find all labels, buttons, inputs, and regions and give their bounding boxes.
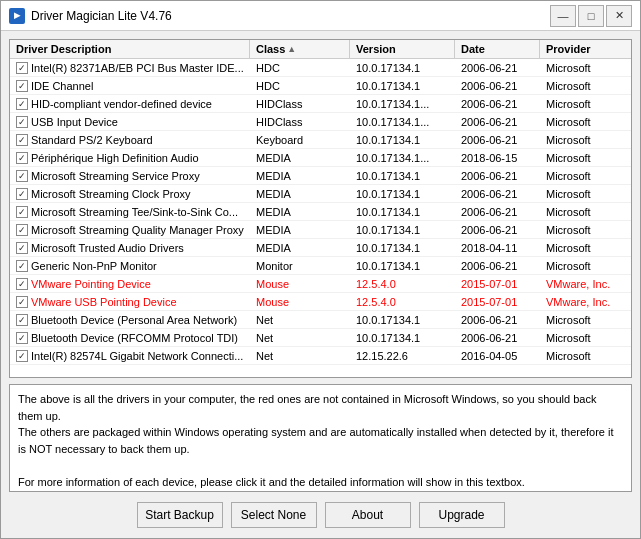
cell-date: 2006-06-21 <box>455 133 540 147</box>
cell-desc: ✓ Microsoft Streaming Service Proxy <box>10 169 250 183</box>
cell-class: MEDIA <box>250 205 350 219</box>
cell-desc: ✓ Bluetooth Device (RFCOMM Protocol TDI) <box>10 331 250 345</box>
cell-version: 10.0.17134.1 <box>350 79 455 93</box>
close-button[interactable]: ✕ <box>606 5 632 27</box>
table-row[interactable]: ✓ USB Input Device HIDClass 10.0.17134.1… <box>10 113 631 131</box>
cell-date: 2006-06-21 <box>455 79 540 93</box>
cell-date: 2015-07-01 <box>455 277 540 291</box>
cell-provider: Microsoft <box>540 313 631 327</box>
info-line2: The others are packaged within Windows o… <box>18 426 614 455</box>
table-row[interactable]: ✓ HID-compliant vendor-defined device HI… <box>10 95 631 113</box>
table-row[interactable]: ✓ Intel(R) 82371AB/EB PCI Bus Master IDE… <box>10 59 631 77</box>
cell-date: 2016-04-05 <box>455 349 540 363</box>
cell-version: 10.0.17134.1 <box>350 313 455 327</box>
cell-date: 2006-06-21 <box>455 115 540 129</box>
cell-provider: Microsoft <box>540 241 631 255</box>
select-none-button[interactable]: Select None <box>231 502 317 528</box>
cell-date: 2006-06-21 <box>455 223 540 237</box>
row-checkbox[interactable]: ✓ <box>16 98 28 110</box>
row-checkbox[interactable]: ✓ <box>16 170 28 182</box>
app-icon: ▶ <box>9 8 25 24</box>
table-row[interactable]: ✓ Microsoft Streaming Tee/Sink-to-Sink C… <box>10 203 631 221</box>
cell-desc: ✓ Generic Non-PnP Monitor <box>10 259 250 273</box>
window-title: Driver Magician Lite V4.76 <box>31 9 550 23</box>
row-checkbox[interactable]: ✓ <box>16 116 28 128</box>
info-line1: The above is all the drivers in your com… <box>18 393 596 422</box>
table-row[interactable]: ✓ Intel(R) 82574L Gigabit Network Connec… <box>10 347 631 365</box>
start-backup-button[interactable]: Start Backup <box>137 502 223 528</box>
driver-table-container: Driver Description Class ▲ Version Date … <box>9 39 632 378</box>
cell-class: MEDIA <box>250 187 350 201</box>
row-checkbox[interactable]: ✓ <box>16 278 28 290</box>
cell-desc: ✓ VMware Pointing Device <box>10 277 250 291</box>
cell-date: 2006-06-21 <box>455 169 540 183</box>
table-row[interactable]: ✓ IDE Channel HDC 10.0.17134.1 2006-06-2… <box>10 77 631 95</box>
button-row: Start Backup Select None About Upgrade <box>9 498 632 530</box>
table-header: Driver Description Class ▲ Version Date … <box>10 40 631 59</box>
table-row[interactable]: ✓ Microsoft Streaming Service Proxy MEDI… <box>10 167 631 185</box>
cell-date: 2006-06-21 <box>455 61 540 75</box>
cell-version: 10.0.17134.1... <box>350 97 455 111</box>
maximize-button[interactable]: □ <box>578 5 604 27</box>
col-header-version[interactable]: Version <box>350 40 455 58</box>
table-row[interactable]: ✓ VMware USB Pointing Device Mouse 12.5.… <box>10 293 631 311</box>
row-checkbox[interactable]: ✓ <box>16 350 28 362</box>
cell-desc: ✓ IDE Channel <box>10 79 250 93</box>
cell-provider: Microsoft <box>540 61 631 75</box>
cell-class: Net <box>250 349 350 363</box>
row-checkbox[interactable]: ✓ <box>16 80 28 92</box>
row-checkbox[interactable]: ✓ <box>16 332 28 344</box>
col-header-class[interactable]: Class ▲ <box>250 40 350 58</box>
cell-class: MEDIA <box>250 169 350 183</box>
cell-desc: ✓ Périphérique High Definition Audio <box>10 151 250 165</box>
row-checkbox[interactable]: ✓ <box>16 134 28 146</box>
row-checkbox[interactable]: ✓ <box>16 314 28 326</box>
row-checkbox[interactable]: ✓ <box>16 62 28 74</box>
title-bar: ▶ Driver Magician Lite V4.76 — □ ✕ <box>1 1 640 31</box>
about-button[interactable]: About <box>325 502 411 528</box>
row-checkbox[interactable]: ✓ <box>16 188 28 200</box>
row-checkbox[interactable]: ✓ <box>16 260 28 272</box>
cell-class: MEDIA <box>250 241 350 255</box>
cell-version: 10.0.17134.1 <box>350 259 455 273</box>
row-checkbox[interactable]: ✓ <box>16 206 28 218</box>
cell-date: 2006-06-21 <box>455 313 540 327</box>
cell-date: 2006-06-21 <box>455 187 540 201</box>
table-row[interactable]: ✓ Microsoft Streaming Quality Manager Pr… <box>10 221 631 239</box>
cell-date: 2006-06-21 <box>455 205 540 219</box>
cell-provider: Microsoft <box>540 187 631 201</box>
cell-class: HIDClass <box>250 115 350 129</box>
col-header-desc[interactable]: Driver Description <box>10 40 250 58</box>
main-content: Driver Description Class ▲ Version Date … <box>1 31 640 538</box>
row-checkbox[interactable]: ✓ <box>16 296 28 308</box>
col-header-date[interactable]: Date <box>455 40 540 58</box>
cell-desc: ✓ Intel(R) 82371AB/EB PCI Bus Master IDE… <box>10 61 250 75</box>
table-row[interactable]: ✓ Microsoft Trusted Audio Drivers MEDIA … <box>10 239 631 257</box>
cell-class: HDC <box>250 79 350 93</box>
table-body[interactable]: ✓ Intel(R) 82371AB/EB PCI Bus Master IDE… <box>10 59 631 377</box>
cell-provider: Microsoft <box>540 169 631 183</box>
minimize-button[interactable]: — <box>550 5 576 27</box>
table-row[interactable]: ✓ Standard PS/2 Keyboard Keyboard 10.0.1… <box>10 131 631 149</box>
col-header-provider[interactable]: Provider <box>540 40 631 58</box>
cell-date: 2018-06-15 <box>455 151 540 165</box>
upgrade-button[interactable]: Upgrade <box>419 502 505 528</box>
cell-class: HIDClass <box>250 97 350 111</box>
cell-date: 2006-06-21 <box>455 97 540 111</box>
table-row[interactable]: ✓ Microsoft Streaming Clock Proxy MEDIA … <box>10 185 631 203</box>
table-row[interactable]: ✓ VMware Pointing Device Mouse 12.5.4.0 … <box>10 275 631 293</box>
cell-version: 10.0.17134.1 <box>350 241 455 255</box>
cell-provider: Microsoft <box>540 259 631 273</box>
row-checkbox[interactable]: ✓ <box>16 242 28 254</box>
table-row[interactable]: ✓ Bluetooth Device (Personal Area Networ… <box>10 311 631 329</box>
table-row[interactable]: ✓ Generic Non-PnP Monitor Monitor 10.0.1… <box>10 257 631 275</box>
cell-class: HDC <box>250 61 350 75</box>
row-checkbox[interactable]: ✓ <box>16 152 28 164</box>
cell-desc: ✓ USB Input Device <box>10 115 250 129</box>
table-row[interactable]: ✓ Périphérique High Definition Audio MED… <box>10 149 631 167</box>
cell-provider: Microsoft <box>540 349 631 363</box>
cell-class: Net <box>250 331 350 345</box>
row-checkbox[interactable]: ✓ <box>16 224 28 236</box>
cell-provider: Microsoft <box>540 205 631 219</box>
table-row[interactable]: ✓ Bluetooth Device (RFCOMM Protocol TDI)… <box>10 329 631 347</box>
